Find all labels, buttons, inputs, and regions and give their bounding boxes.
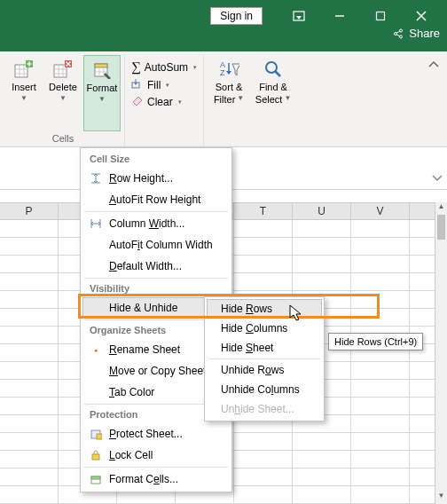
fill-button[interactable]: Fill ▾ <box>129 77 200 92</box>
submenu-hide-columns[interactable]: Hide Columns <box>207 319 322 338</box>
fill-label: Fill <box>147 79 161 91</box>
svg-rect-2 <box>377 12 385 20</box>
autosum-label: AutoSum <box>145 61 188 74</box>
menu-label: Default Width... <box>109 260 224 272</box>
insert-label: Insert <box>12 82 36 92</box>
sort-filter-l2: Filter <box>214 94 235 105</box>
lock-cell-icon <box>88 448 104 462</box>
close-button[interactable] <box>401 5 442 27</box>
menu-label: Protect Sheet... <box>109 428 224 440</box>
svg-rect-18 <box>54 65 67 77</box>
delete-button[interactable]: Delete ▼ <box>44 55 82 131</box>
row-height-icon <box>88 171 104 185</box>
fill-icon <box>131 78 144 91</box>
find-select-icon <box>263 59 284 80</box>
submenu-unhide-columns[interactable]: Unhide Columns <box>207 380 322 399</box>
format-button[interactable]: Format ▼ <box>83 55 121 131</box>
submenu-hide-rows[interactable]: Hide Rows <box>207 299 322 319</box>
titlebar: Sign in <box>0 0 447 51</box>
svg-rect-43 <box>97 434 102 439</box>
format-icon <box>91 59 113 81</box>
eraser-icon <box>131 95 144 108</box>
insert-button[interactable]: Insert ▼ <box>5 55 43 131</box>
menu-label: Tab Color <box>109 386 213 398</box>
format-cells-icon <box>88 472 104 486</box>
expand-formula-bar[interactable] <box>431 171 443 187</box>
editing-group: ∑ AutoSum ▾ Fill ▾ Clear ▾ <box>125 55 203 146</box>
protect-sheet-icon <box>88 427 104 441</box>
svg-line-8 <box>396 31 400 33</box>
menu-label: Hide Rows <box>212 303 317 315</box>
svg-rect-44 <box>92 454 99 460</box>
sort-filter-l1: Sort & <box>216 82 243 92</box>
delete-cells-icon <box>52 59 74 80</box>
group-label-cells: Cells <box>52 131 74 146</box>
autosum-button[interactable]: ∑ AutoSum ▾ <box>129 59 200 75</box>
menu-protect-sheet[interactable]: Protect Sheet... <box>82 423 230 445</box>
sort-filter-button[interactable]: AZ Sort & Filter▼ <box>208 55 250 131</box>
scroll-down-arrow[interactable]: ▼ <box>435 492 447 504</box>
menu-row-height[interactable]: Row Height... <box>82 168 230 189</box>
chevron-down-icon: ▼ <box>59 94 67 102</box>
svg-line-9 <box>396 34 400 35</box>
format-label: Format <box>87 83 118 93</box>
menu-label: Column Width... <box>109 217 224 230</box>
share-label: Share <box>409 27 440 40</box>
col-header[interactable]: P <box>0 203 59 219</box>
svg-text:Z: Z <box>220 68 225 77</box>
submenu-unhide-rows[interactable]: Unhide Rows <box>207 360 322 380</box>
menu-label: Hide Sheet <box>212 342 317 354</box>
clear-button[interactable]: Clear ▾ <box>129 94 200 109</box>
menu-label: AutoFit Column Width <box>109 239 224 251</box>
share-button[interactable]: Share <box>392 27 440 40</box>
chevron-down-icon: ▾ <box>166 82 169 89</box>
minimize-button[interactable] <box>319 5 360 27</box>
menu-label: Hide Columns <box>212 322 317 335</box>
scroll-thumb[interactable] <box>437 215 445 240</box>
hide-unhide-submenu: Hide Rows Hide Columns Hide Sheet Unhide… <box>204 296 325 421</box>
submenu-unhide-sheet: Unhide Sheet... <box>207 399 322 419</box>
menu-label: Unhide Rows <box>212 364 317 376</box>
insert-cells-icon <box>13 59 35 80</box>
chevron-down-icon: ▾ <box>178 98 182 106</box>
col-header[interactable]: T <box>234 203 293 219</box>
sort-filter-icon: AZ <box>218 59 239 80</box>
menu-label: Hide & Unhide <box>109 302 213 314</box>
find-select-l1: Find & <box>259 82 287 92</box>
menu-default-width[interactable]: Default Width... <box>82 256 230 277</box>
menu-autofit-column[interactable]: AutoFit Column Width <box>82 234 230 256</box>
menu-label: Unhide Sheet... <box>212 403 317 415</box>
menu-autofit-row[interactable]: AutoFit Row Height <box>82 189 230 210</box>
submenu-hide-sheet[interactable]: Hide Sheet <box>207 338 322 358</box>
maximize-button[interactable] <box>360 5 401 27</box>
menu-column-width[interactable]: Column Width... <box>82 213 230 234</box>
menu-label: Format Cells... <box>109 473 224 485</box>
menu-label: Lock Cell <box>109 449 224 461</box>
tooltip: Hide Rows (Ctrl+9) <box>328 333 423 350</box>
vertical-scrollbar[interactable]: ▲ ▼ <box>435 202 447 504</box>
ribbon: Insert ▼ Delete ▼ Format ▼ Cells ∑ <box>0 51 447 147</box>
svg-rect-27 <box>95 64 107 67</box>
find-select-l2: Select <box>255 94 283 105</box>
svg-rect-46 <box>91 476 100 479</box>
collapse-ribbon-button[interactable] <box>427 55 445 146</box>
chevron-down-icon: ▾ <box>193 64 197 71</box>
sigma-icon: ∑ <box>131 59 141 75</box>
menu-header-visibility: Visibility <box>82 280 230 297</box>
column-width-icon <box>88 217 104 231</box>
col-header[interactable]: U <box>293 203 351 219</box>
menu-format-cells[interactable]: Format Cells... <box>82 469 230 490</box>
chevron-down-icon: ▼ <box>98 95 106 103</box>
svg-rect-10 <box>15 65 27 77</box>
scroll-up-arrow[interactable]: ▲ <box>435 202 447 215</box>
menu-label: AutoFit Row Height <box>109 193 224 206</box>
menu-lock-cell[interactable]: Lock Cell <box>82 445 230 466</box>
find-select-button[interactable]: Find & Select▼ <box>252 55 294 131</box>
chevron-down-icon: ▼ <box>284 94 291 105</box>
svg-line-35 <box>275 71 280 76</box>
ribbon-display-options[interactable] <box>278 5 319 27</box>
signin-button[interactable]: Sign in <box>210 7 263 25</box>
menu-label: Unhide Columns <box>212 383 317 396</box>
col-header[interactable]: V <box>351 203 410 219</box>
clear-label: Clear <box>147 96 173 108</box>
